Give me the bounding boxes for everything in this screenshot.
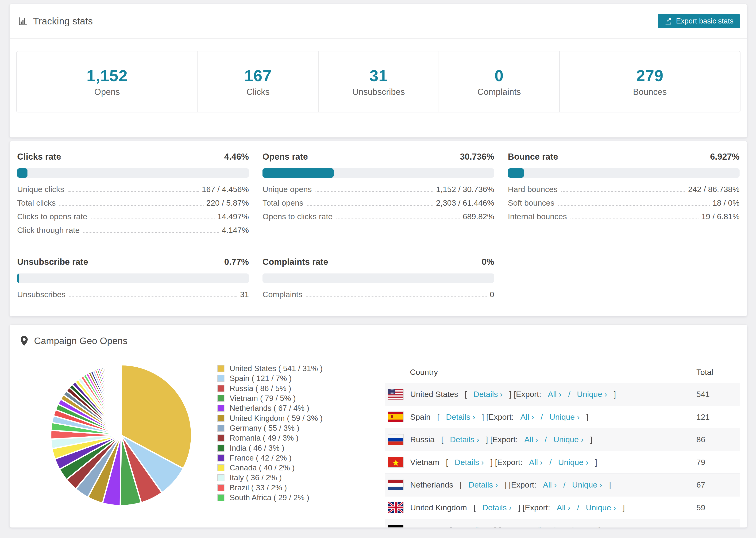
bracket: [ [450,525,452,528]
dotted-leader [561,191,685,192]
total-cell: 541 [696,390,740,399]
flag-de [388,525,404,528]
bracket: ] [599,525,601,528]
export-all-link[interactable]: All › [520,412,534,422]
details-link[interactable]: Details › [455,458,484,467]
rate-block-complaints-rate: Complaints rate0%Complaints0 [262,257,494,303]
stat-clicks: 167Clicks [197,51,318,112]
export-all-link[interactable]: All › [543,480,557,489]
flag-gb [388,502,404,513]
legend-label: Italy ( 36 / 2% ) [230,473,282,482]
export-button-label: Export basic stats [676,17,733,26]
export-unique-link[interactable]: Unique › [562,525,592,528]
stat-value: 31 [369,67,388,85]
slash-separator: / [577,503,579,512]
rate-row-value: 167 / 4.456% [202,185,249,194]
export-unique-link[interactable]: Unique › [558,458,588,467]
export-all-link[interactable]: All › [524,435,538,444]
export-unique-link[interactable]: Unique › [577,390,607,399]
bracket: [ [441,435,443,444]
table-row-vietnam: Vietnam [Details ›] [Export: All › / Uni… [385,451,740,474]
export-unique-link[interactable]: Unique › [586,503,616,512]
export-unique-link[interactable]: Unique › [572,480,603,489]
rate-percent: 0.77% [224,257,249,267]
bracket: ] [Export: [494,525,526,528]
details-link[interactable]: Details › [446,412,475,422]
geo-title: Campaign Geo Opens [34,336,128,346]
rate-head: Complaints rate0% [262,257,494,267]
rate-head: Unsubscribe rate0.77% [17,257,249,267]
legend-label: Vietnam ( 79 / 5% ) [230,394,296,403]
legend-item-france: France ( 42 / 2% ) [217,453,323,463]
country-name: Germany [410,525,443,528]
legend-swatch [217,395,225,402]
stat-complaints: 0Complaints [439,51,559,112]
bracket: ] [609,480,611,489]
rate-percent: 0% [482,257,494,267]
rate-row-click-through-rate: Click through rate4.147% [17,226,249,239]
geo-pie-legend: United States ( 541 / 31% )Spain ( 121 /… [217,364,323,503]
rate-progress-track [17,273,249,283]
export-unique-link[interactable]: Unique › [553,435,584,444]
stat-opens: 1,152Opens [17,51,197,112]
rate-percent: 30.736% [460,152,494,162]
legend-label: France ( 42 / 2% ) [230,454,292,462]
legend-item-germany: Germany ( 55 / 3% ) [217,423,323,433]
legend-label: United Kingdom ( 59 / 3% ) [230,414,323,423]
stat-label: Clicks [246,87,270,97]
export-all-link[interactable]: All › [548,390,562,399]
export-all-link[interactable]: All › [529,458,543,467]
table-row-united-states: United States [Details ›] [Export: All ›… [385,383,740,405]
rate-row-internal-bounces: Internal bounces19 / 6.81% [508,212,739,226]
rate-row-label: Soft bounces [508,198,554,207]
legend-label: Netherlands ( 67 / 4% ) [230,404,309,413]
legend-swatch [217,425,225,432]
bracket: ] [Export: [490,458,522,467]
legend-label: Spain ( 121 / 7% ) [230,374,292,383]
rate-row-label: Unique clicks [17,185,64,194]
rate-row-label: Unsubscribes [17,290,66,299]
bracket: ] [Export: [518,503,550,512]
details-link[interactable]: Details › [482,503,512,512]
rate-title: Complaints rate [262,257,328,267]
dotted-leader [306,296,487,297]
details-link[interactable]: Details › [473,390,503,399]
rate-row-value: 689.82% [463,212,494,221]
legend-item-brazil: Brazil ( 33 / 2% ) [217,483,323,493]
export-unique-link[interactable]: Unique › [549,412,580,422]
details-link[interactable]: Details › [469,480,498,489]
tracking-stats-card: Tracking stats Export basic stats 1,152O… [9,4,747,137]
bracket: ] [614,390,616,399]
legend-swatch [217,484,225,491]
rate-block-bounce-rate: Bounce rate6.927%Hard bounces242 / 86.73… [508,152,739,239]
dotted-leader [91,219,215,219]
country-cell: Spain [Details ›] [Export: All › / Uniqu… [385,411,696,422]
export-all-link[interactable]: All › [533,525,547,528]
bracket: ] [595,458,597,467]
dotted-leader [69,296,237,297]
details-link[interactable]: Details › [450,435,479,444]
details-link[interactable]: Details › [458,525,488,528]
country-cell: Netherlands [Details ›] [Export: All › /… [385,480,696,490]
rate-row-label: Internal bounces [508,212,567,221]
stat-unsubscribes: 31Unsubscribes [318,51,439,112]
rate-row-value: 220 / 5.87% [206,198,249,207]
rates-card: Clicks rate4.46%Unique clicks167 / 4.456… [9,141,747,316]
rate-percent: 4.46% [224,152,249,162]
bracket: [ [473,503,476,512]
legend-swatch [217,464,225,471]
export-basic-stats-button[interactable]: Export basic stats [658,14,740,28]
rate-row-value: 19 / 6.81% [701,212,739,221]
slash-separator: / [541,412,543,422]
flag-us [388,389,404,400]
slash-separator: / [563,480,566,489]
country-name: United States [410,390,458,399]
rate-progress-fill [508,168,524,178]
legend-label: Germany ( 55 / 3% ) [230,424,299,433]
export-all-link[interactable]: All › [557,503,570,512]
legend-item-united-states: United States ( 541 / 31% ) [217,364,323,373]
stat-label: Opens [94,87,120,97]
summary-stats-row: 1,152Opens167Clicks31Unsubscribes0Compla… [16,51,740,112]
geo-header: Campaign Geo Opens [10,325,747,354]
flag-nl [388,480,404,490]
